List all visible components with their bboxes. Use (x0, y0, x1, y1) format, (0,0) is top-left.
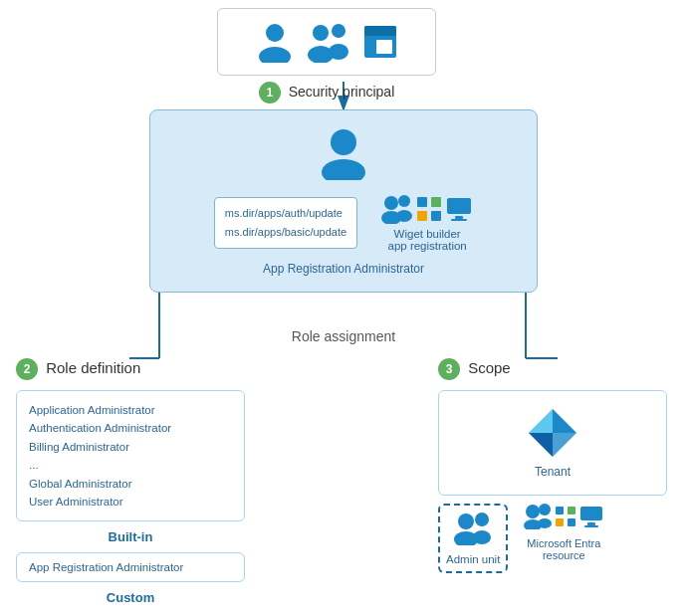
group-icon (305, 21, 352, 63)
svg-point-10 (259, 47, 291, 63)
svg-point-11 (313, 25, 329, 41)
badge-1: 1 (259, 82, 281, 103)
tenant-label: Tenant (535, 465, 571, 479)
svg-point-43 (538, 518, 552, 528)
svg-point-20 (384, 196, 398, 210)
svg-point-19 (322, 159, 365, 180)
entra-apps-icon (555, 506, 576, 527)
scope-text: Scope (468, 359, 511, 376)
security-principal-label: 1 Security principal (217, 82, 436, 103)
role-user-admin: User Administrator (29, 493, 232, 511)
entra-monitor-icon (579, 506, 603, 527)
builtin-label: Built-in (16, 529, 245, 544)
badge-3: 3 (438, 358, 460, 380)
role-assignment-label: Role assignment (149, 328, 538, 344)
role-definition-text: Role definition (46, 359, 140, 376)
svg-rect-25 (431, 197, 441, 207)
role-auth-admin: Authentication Administrator (29, 419, 232, 437)
wiget-icons (381, 194, 473, 224)
security-principal-box (217, 8, 436, 76)
ra-person-area (318, 126, 369, 180)
svg-rect-48 (580, 507, 602, 520)
svg-point-14 (329, 44, 348, 60)
svg-rect-45 (568, 507, 575, 514)
svg-point-40 (526, 505, 540, 518)
tenant-box: Tenant (438, 390, 667, 496)
role-ellipsis: ... (29, 456, 232, 474)
svg-rect-46 (556, 518, 564, 526)
ra-bottom-area: ms.dir/apps/auth/update ms.dir/apps/basi… (166, 194, 521, 252)
tenant-icon (527, 407, 578, 459)
admin-unit-label: Admin unit (446, 553, 500, 565)
svg-rect-26 (417, 211, 427, 221)
custom-role-box: App Registration Administrator (16, 552, 245, 582)
svg-point-36 (458, 513, 474, 529)
svg-point-9 (266, 24, 284, 42)
svg-rect-27 (431, 211, 441, 221)
svg-point-18 (331, 129, 356, 155)
svg-rect-29 (455, 216, 463, 219)
admin-unit-item: Admin unit (438, 504, 508, 573)
svg-marker-35 (553, 433, 576, 457)
scope-header: 3 Scope (438, 358, 667, 380)
svg-rect-30 (451, 219, 467, 221)
admin-unit-icon (454, 512, 492, 545)
permission-2: ms.dir/apps/basic/update (225, 223, 346, 242)
wiget-monitor-icon (445, 196, 473, 222)
role-definition-section: 2 Role definition Application Administra… (16, 358, 245, 605)
svg-rect-17 (376, 40, 392, 54)
app-icon (362, 24, 398, 60)
svg-rect-50 (584, 525, 598, 527)
entra-resource-item: Microsoft Entra resource (524, 504, 603, 561)
svg-marker-33 (529, 409, 553, 433)
svg-point-13 (332, 24, 345, 38)
role-billing-admin: Billing Administrator (29, 438, 232, 456)
svg-point-23 (396, 210, 412, 222)
permissions-box: ms.dir/apps/auth/update ms.dir/apps/basi… (214, 197, 357, 248)
wiget-section: Wiget builder app registration (381, 194, 473, 252)
role-app-admin: Application Administrator (29, 401, 232, 419)
security-principal-text: Security principal (289, 84, 395, 100)
role-global-admin: Global Administrator (29, 475, 232, 493)
svg-rect-44 (556, 507, 564, 514)
svg-point-39 (473, 530, 491, 544)
user-icon (255, 21, 295, 63)
ra-person-icon (318, 126, 369, 180)
svg-marker-34 (529, 433, 553, 457)
svg-point-22 (398, 195, 410, 207)
diagram-container: 1 Security principal ms.dir/apps/auth/up… (0, 0, 687, 616)
svg-point-38 (475, 513, 489, 526)
wiget-group-icon (381, 194, 413, 224)
scope-row: Admin unit (438, 504, 667, 573)
wiget-label: Wiget builder app registration (388, 228, 467, 252)
builtin-roles-box: Application Administrator Authentication… (16, 390, 245, 521)
svg-rect-49 (587, 522, 595, 525)
role-assignment-box: ms.dir/apps/auth/update ms.dir/apps/basi… (149, 109, 538, 293)
svg-rect-24 (417, 197, 427, 207)
svg-marker-32 (553, 409, 576, 433)
entra-wiget-icons (524, 504, 603, 529)
app-reg-admin-label: App Registration Administrator (263, 262, 424, 276)
wiget-apps-icon (416, 196, 442, 222)
entra-resource-label: Microsoft Entra resource (527, 537, 600, 561)
entra-group-icon (524, 504, 552, 529)
role-definition-header: 2 Role definition (16, 358, 245, 380)
svg-rect-16 (364, 26, 396, 36)
badge-2: 2 (16, 358, 38, 380)
svg-rect-47 (568, 518, 575, 526)
permission-1: ms.dir/apps/auth/update (225, 204, 346, 223)
svg-rect-28 (447, 198, 471, 214)
custom-role-item: App Registration Administrator (29, 561, 183, 573)
scope-section: 3 Scope Tenant (438, 358, 667, 573)
svg-point-42 (539, 504, 551, 515)
custom-label: Custom (16, 590, 245, 605)
